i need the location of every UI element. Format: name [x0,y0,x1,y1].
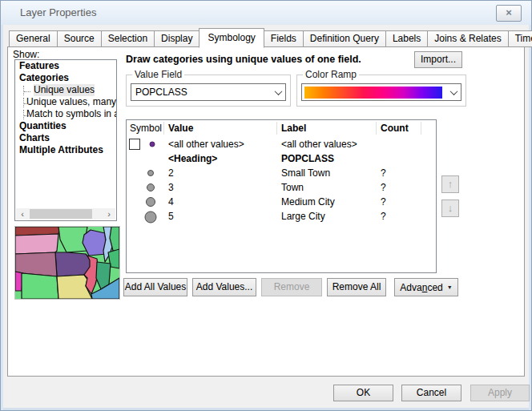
remove-all-button[interactable]: Remove All [327,278,386,296]
ok-button[interactable]: OK [333,385,393,401]
import-button[interactable]: Import... [414,51,462,68]
value-field-dropdown[interactable]: POPCLASS [131,83,286,101]
count-cell: ? [377,182,421,193]
scroll-right-icon[interactable]: › [103,208,115,220]
add-values-button[interactable]: Add Values... [192,278,256,296]
value-field-group: Value Field POPCLASS [126,75,291,107]
show-list: Features Categories Unique values Unique… [14,59,117,221]
show-item-multiple-attributes[interactable]: Multiple Attributes [15,144,116,156]
tab-general[interactable]: General [9,30,58,47]
tab-display[interactable]: Display [154,30,200,47]
show-item-categories[interactable]: Categories [15,72,116,84]
value-cell: <all other values> [164,139,277,150]
show-item-unique-values-many[interactable]: Unique values, many [15,96,116,108]
scrollbar-thumb[interactable] [30,209,92,219]
class-symbol-icon[interactable] [144,181,157,194]
all-other-values-checkbox[interactable] [129,139,140,150]
table-row[interactable]: <all other values> <all other values> [127,137,436,151]
show-item-features[interactable]: Features [15,60,116,72]
table-header: Symbol Value Label Count [127,120,436,137]
table-row[interactable]: 4 Medium City ? [127,195,436,209]
label-cell: POPCLASS [277,153,377,164]
label-cell: <all other values> [277,139,377,150]
symbology-tab-page: Show: Features Categories Unique values … [7,46,525,377]
table-row[interactable]: 3 Town ? [127,180,436,195]
tab-time[interactable]: Time [508,30,532,47]
map-preview [14,226,120,300]
column-label[interactable]: Label [277,122,377,135]
color-ramp-swatch [304,87,442,99]
all-other-values-symbol-icon[interactable] [146,138,159,151]
show-item-charts[interactable]: Charts [15,132,116,144]
dropdown-caret-icon: ▼ [447,284,453,290]
show-label: Show: [13,49,39,60]
count-cell: ? [377,196,421,208]
column-symbol[interactable]: Symbol [127,122,164,135]
value-field-label: Value Field [132,69,184,80]
scroll-left-icon[interactable]: ‹ [16,208,29,220]
color-ramp-dropdown[interactable] [301,83,461,101]
remove-button: Remove [261,278,322,296]
column-count[interactable]: Count [377,122,421,135]
unique-values-table: Symbol Value Label Count <all other valu… [126,119,437,273]
value-cell: 5 [164,211,277,222]
tab-joins-relates[interactable]: Joins & Relates [427,30,508,47]
tree-branch-icon [23,98,24,107]
show-item-match-symbols[interactable]: Match to symbols in a [15,108,116,120]
class-symbol-icon[interactable] [143,210,158,224]
chevron-down-icon[interactable] [271,90,285,95]
value-cell: 3 [164,182,277,193]
tab-selection[interactable]: Selection [101,30,155,47]
label-cell: Medium City [277,196,377,208]
tab-definition-query[interactable]: Definition Query [303,30,386,47]
count-cell: ? [377,167,421,179]
tab-source[interactable]: Source [57,30,102,47]
advanced-button[interactable]: Advanced▼ [394,278,458,296]
value-field-selected: POPCLASS [131,87,271,98]
value-cell: 2 [164,167,277,179]
tree-branch-icon [23,110,24,119]
map-state [15,234,58,254]
class-symbol-icon[interactable] [144,167,157,179]
titlebar[interactable]: Layer Properties × [1,1,531,25]
count-cell: ? [377,211,421,222]
close-icon[interactable]: × [496,5,522,22]
class-symbol-icon[interactable] [144,195,157,208]
window-title: Layer Properties [20,6,96,18]
label-cell: Town [277,182,377,193]
move-down-icon[interactable]: ↓ [441,199,459,217]
value-cell: 4 [164,196,277,208]
add-all-values-button[interactable]: Add All Values [123,278,187,296]
label-cell: Large City [277,211,377,222]
show-list-hscrollbar[interactable]: ‹ › [16,208,115,220]
cancel-button[interactable]: Cancel [401,385,461,401]
apply-button: Apply [470,385,530,401]
table-row[interactable]: <Heading> POPCLASS [127,151,436,166]
chevron-down-icon[interactable] [446,90,461,95]
map-state [22,273,58,299]
tab-bar: General Source Selection Display Symbolo… [9,30,532,47]
show-item-quantities[interactable]: Quantities [15,120,116,132]
draw-method-description: Draw categories using unique values of o… [126,54,361,65]
table-row[interactable]: 2 Small Town ? [127,166,436,180]
color-ramp-label: Color Ramp [303,69,359,80]
tab-labels[interactable]: Labels [385,30,428,47]
move-up-icon[interactable]: ↑ [441,175,459,193]
color-ramp-group: Color Ramp [296,75,466,107]
column-value[interactable]: Value [164,122,277,135]
tab-symbology[interactable]: Symbology [199,28,264,48]
label-cell: Small Town [277,167,377,179]
table-row[interactable]: 5 Large City ? [127,209,436,224]
layer-properties-dialog: Layer Properties × General Source Select… [0,0,532,411]
show-item-unique-values[interactable]: Unique values [15,84,116,96]
value-cell: <Heading> [164,153,277,164]
tree-branch-icon [23,86,31,95]
tab-fields[interactable]: Fields [264,30,304,47]
